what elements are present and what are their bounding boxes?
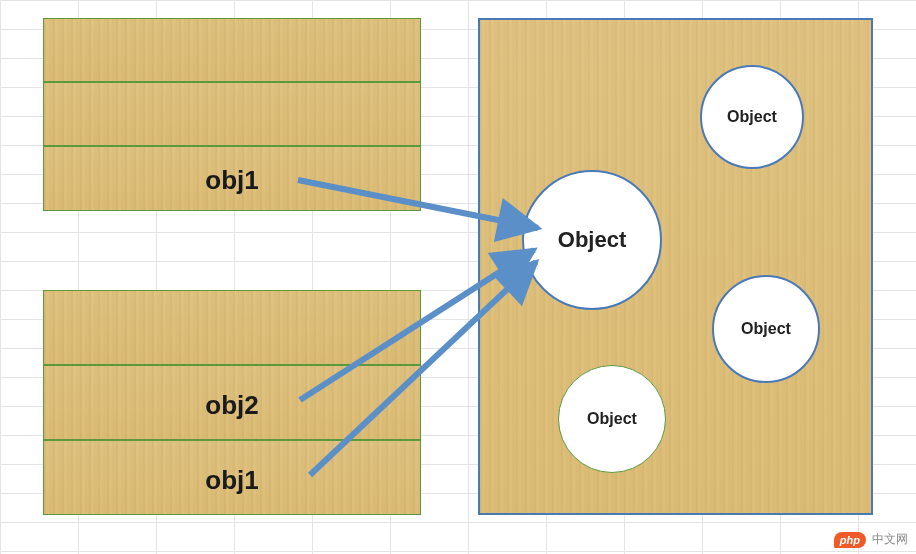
heap-object-top-right: Object xyxy=(700,65,804,169)
stack-bottom-row-3: obj1 xyxy=(43,440,421,515)
stack-bottom-row-2: obj2 xyxy=(43,365,421,440)
stack-cell-label: obj2 xyxy=(44,390,420,421)
stack-top-row-3: obj1 xyxy=(43,146,421,211)
heap-object-label: Object xyxy=(741,320,791,338)
stack-top-row-2 xyxy=(43,82,421,146)
stack-cell-label: obj1 xyxy=(44,165,420,196)
heap-object-label: Object xyxy=(587,410,637,428)
site-logo: php 中文网 xyxy=(834,531,908,548)
heap-object-bottom: Object xyxy=(558,365,666,473)
heap-object-label: Object xyxy=(727,108,777,126)
heap-object-main: Object xyxy=(522,170,662,310)
logo-text: 中文网 xyxy=(872,531,908,548)
stack-bottom-row-1 xyxy=(43,290,421,365)
stack-cell-label: obj1 xyxy=(44,465,420,496)
stack-top-row-1 xyxy=(43,18,421,82)
logo-badge: php xyxy=(834,532,866,548)
heap-object-label: Object xyxy=(558,227,626,253)
heap-object-right: Object xyxy=(712,275,820,383)
